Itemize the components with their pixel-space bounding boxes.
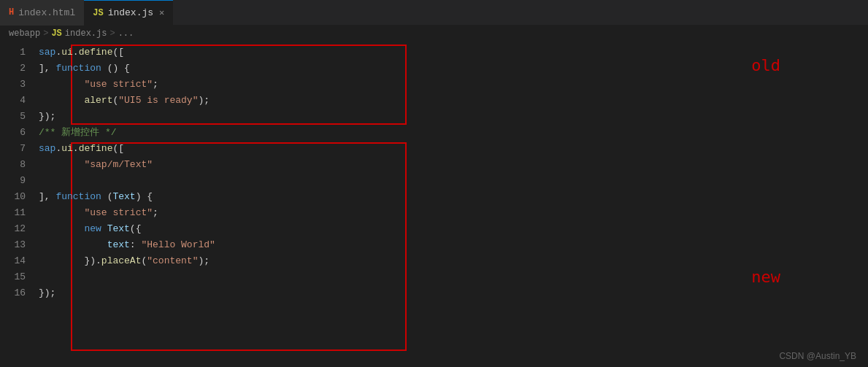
code-line-2: ], function () {	[39, 61, 868, 77]
code-line-8: "sap/m/Text"	[39, 157, 868, 173]
code-line-13: text: "Hello World"	[39, 237, 868, 253]
code-line-4: alert("UI5 is ready");	[39, 93, 868, 109]
line-num-14: 14	[0, 253, 26, 269]
line-num-4: 4	[0, 93, 26, 109]
line-num-2: 2	[0, 61, 26, 77]
editor: 1 2 3 4 5 6 7 8 9 10 11 12 13 14 15 16 o…	[0, 42, 868, 367]
code-line-16: });	[39, 285, 868, 301]
js-icon: JS	[93, 8, 103, 18]
breadcrumb-js-icon: JS	[51, 28, 61, 39]
line-num-5: 5	[0, 109, 26, 125]
code-line-14: }).placeAt("content");	[39, 253, 868, 269]
code-line-12: new Text({	[39, 221, 868, 237]
code-line-11: "use strict";	[39, 205, 868, 221]
line-num-8: 8	[0, 157, 26, 173]
code-line-3: "use strict";	[39, 77, 868, 93]
breadcrumb-sep2: >	[110, 28, 115, 39]
tab-index-html[interactable]: H index.html	[0, 0, 84, 26]
line-num-16: 16	[0, 285, 26, 301]
code-line-1: sap.ui.define([	[39, 45, 868, 61]
code-line-5: });	[39, 109, 868, 125]
tab-index-js[interactable]: JS index.js ✕	[84, 0, 173, 26]
tab-bar: H index.html JS index.js ✕	[0, 0, 868, 26]
code-line-9	[39, 173, 868, 189]
html-icon: H	[9, 7, 14, 18]
tab-html-label: index.html	[18, 7, 75, 18]
code-line-7: sap.ui.define([	[39, 141, 868, 157]
watermark: CSDN @Austin_YB	[779, 351, 856, 361]
line-num-13: 13	[0, 237, 26, 253]
line-num-12: 12	[0, 221, 26, 237]
close-icon[interactable]: ✕	[159, 7, 164, 18]
line-num-3: 3	[0, 77, 26, 93]
breadcrumb-sep1: >	[43, 28, 48, 39]
line-num-10: 10	[0, 189, 26, 205]
line-num-6: 6	[0, 125, 26, 141]
code-line-6: /** 新增控件 */	[39, 125, 868, 141]
breadcrumb-ellipsis: ...	[118, 28, 134, 39]
breadcrumb-filename: index.js	[65, 28, 107, 39]
breadcrumb: webapp > JS index.js > ...	[0, 26, 868, 42]
breadcrumb-webapp: webapp	[9, 28, 40, 39]
code-content[interactable]: old new sap.ui.define([ ], function () {…	[33, 42, 868, 367]
code-line-15	[39, 269, 868, 285]
line-num-9: 9	[0, 173, 26, 189]
code-line-10: ], function (Text) {	[39, 189, 868, 205]
line-num-7: 7	[0, 141, 26, 157]
line-numbers: 1 2 3 4 5 6 7 8 9 10 11 12 13 14 15 16	[0, 42, 33, 367]
line-num-11: 11	[0, 205, 26, 221]
line-num-15: 15	[0, 269, 26, 285]
line-num-1: 1	[0, 45, 26, 61]
tab-js-label: index.js	[108, 7, 153, 18]
